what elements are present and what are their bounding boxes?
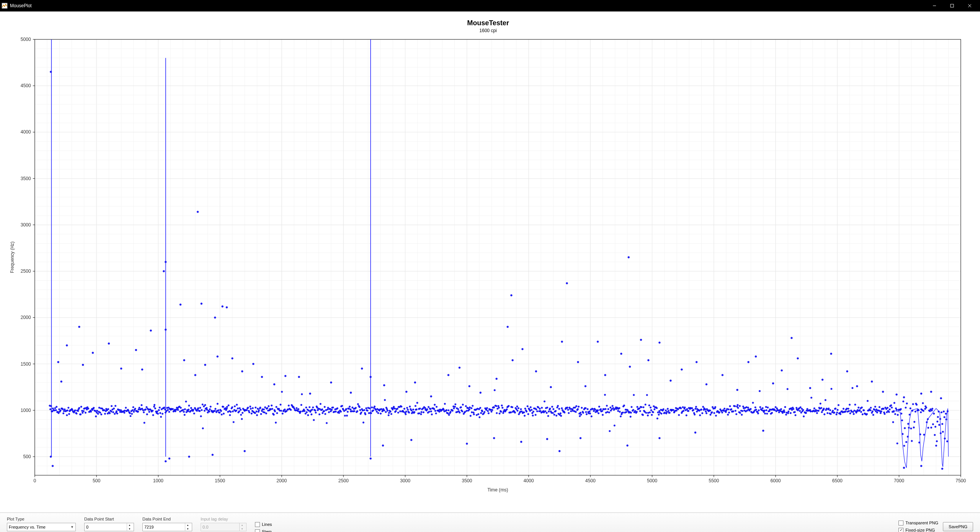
svg-point-531: [266, 407, 268, 409]
svg-point-575: [297, 410, 299, 412]
svg-point-1626: [941, 468, 943, 470]
svg-point-1419: [880, 411, 882, 412]
svg-point-1380: [854, 410, 855, 411]
svg-point-1031: [612, 407, 614, 409]
svg-point-1621: [658, 437, 660, 439]
svg-point-519: [258, 410, 260, 411]
svg-point-501: [246, 409, 247, 411]
svg-point-421: [190, 407, 192, 409]
svg-point-581: [301, 394, 302, 395]
svg-point-1428: [887, 407, 888, 408]
svg-point-249: [72, 409, 73, 411]
svg-point-406: [180, 407, 181, 408]
svg-point-1466: [913, 427, 915, 428]
svg-point-259: [78, 407, 80, 408]
chart-canvas[interactable]: 0500100015002000250030003500400045005000…: [8, 36, 969, 495]
svg-point-1147: [693, 409, 694, 411]
spin-down-icon: ▼: [240, 527, 245, 531]
lines-checkbox[interactable]: Lines: [255, 522, 272, 527]
svg-point-235: [62, 408, 64, 410]
svg-point-1609: [212, 454, 214, 456]
svg-point-1284: [787, 412, 789, 414]
svg-point-827: [471, 412, 472, 413]
svg-point-449: [210, 406, 211, 407]
svg-point-1271: [778, 412, 780, 413]
svg-point-243: [68, 407, 69, 408]
svg-point-969: [569, 408, 571, 410]
svg-point-580: [301, 404, 302, 406]
svg-point-1214: [739, 405, 740, 407]
svg-point-440: [204, 410, 205, 412]
svg-point-794: [448, 414, 450, 416]
svg-point-1164: [704, 408, 706, 410]
svg-point-870: [501, 405, 503, 406]
svg-point-1575: [628, 256, 630, 258]
spin-down-icon[interactable]: ▼: [127, 527, 132, 531]
svg-point-1138: [686, 408, 688, 410]
stem-checkbox[interactable]: Stem: [255, 529, 272, 532]
svg-point-1018: [603, 408, 604, 410]
svg-point-903: [524, 415, 525, 416]
svg-point-1041: [619, 411, 621, 412]
svg-point-1238: [755, 409, 757, 410]
svg-text:5000: 5000: [647, 478, 657, 483]
save-png-button[interactable]: SavePNG: [943, 522, 973, 531]
chevron-down-icon: ▼: [70, 525, 74, 529]
svg-point-615: [324, 413, 326, 415]
svg-point-733: [406, 407, 408, 408]
svg-point-671: [363, 409, 365, 411]
svg-point-729: [403, 408, 405, 410]
svg-point-1056: [630, 416, 631, 417]
svg-point-510: [252, 407, 253, 409]
plot-type-combo[interactable]: Frequency vs. Time ▼: [7, 523, 76, 531]
svg-point-653: [351, 410, 352, 412]
minimize-button[interactable]: [926, 0, 943, 11]
svg-point-417: [188, 409, 189, 410]
svg-point-503: [247, 407, 249, 408]
close-button[interactable]: [961, 0, 978, 11]
spin-up-icon[interactable]: ▲: [185, 523, 190, 527]
svg-point-682: [371, 407, 372, 408]
svg-point-742: [412, 409, 414, 410]
svg-point-1394: [863, 410, 864, 411]
svg-point-1512: [945, 413, 947, 414]
svg-point-1205: [732, 410, 734, 412]
spin-up-icon[interactable]: ▲: [127, 523, 132, 527]
fixed-size-png-label: Fixed-size PNG: [905, 528, 935, 532]
svg-text:6500: 6500: [832, 478, 843, 483]
svg-point-1565: [521, 348, 523, 350]
svg-point-1087: [651, 414, 652, 416]
svg-point-1529: [82, 364, 84, 366]
transparent-png-checkbox[interactable]: Transparent PNG: [898, 521, 938, 525]
svg-point-585: [304, 410, 305, 412]
svg-point-478: [230, 411, 231, 413]
svg-point-757: [423, 412, 424, 413]
svg-point-824: [469, 407, 470, 408]
svg-point-830: [473, 413, 475, 415]
maximize-button[interactable]: [943, 0, 961, 11]
dp-start-value: 0: [86, 525, 88, 529]
svg-point-1357: [838, 404, 839, 406]
svg-point-1453: [904, 427, 905, 429]
svg-text:6000: 6000: [770, 478, 781, 483]
spin-down-icon[interactable]: ▼: [185, 527, 190, 531]
svg-point-1140: [688, 410, 689, 412]
svg-point-340: [134, 408, 136, 410]
dp-start-spinner[interactable]: 0 ▲▼: [84, 523, 134, 531]
svg-point-1495: [933, 413, 934, 414]
svg-point-651: [350, 408, 351, 410]
svg-point-1247: [762, 407, 763, 409]
svg-point-1536: [165, 329, 167, 330]
dp-end-spinner[interactable]: 7219 ▲▼: [142, 523, 192, 531]
svg-point-1436: [892, 421, 894, 423]
svg-point-719: [397, 408, 398, 409]
svg-point-1292: [792, 408, 794, 410]
svg-point-838: [479, 416, 480, 418]
svg-point-1058: [631, 406, 632, 408]
svg-point-1499: [936, 440, 938, 442]
svg-point-1003: [593, 410, 595, 412]
svg-point-893: [517, 410, 518, 412]
svg-point-1601: [920, 393, 922, 395]
fixed-size-png-checkbox[interactable]: Fixed-size PNG: [898, 528, 938, 532]
svg-point-414: [186, 411, 187, 413]
